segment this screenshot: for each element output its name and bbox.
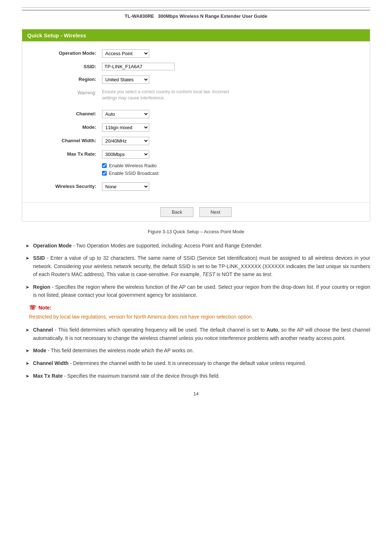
region-row: Region: United States (22, 75, 370, 85)
mode-label: Mode: (29, 123, 102, 130)
region-select[interactable]: United States (102, 75, 149, 84)
warning-text: Ensure you select a correct country to c… (102, 89, 240, 101)
warning-label: Warning: (29, 89, 102, 95)
bullet-arrow-2: ➤ (25, 255, 29, 278)
bullet-label-2: SSID (33, 255, 45, 261)
bullet-mode: ➤ Mode - This field determines the wirel… (25, 346, 370, 355)
quick-setup-panel: Quick Setup - Wireless Operation Mode: A… (22, 29, 370, 222)
bullet-arrow-7: ➤ (25, 373, 29, 380)
bullet-operation-mode: ➤ Operation Mode - Two Operation Modes a… (25, 242, 370, 250)
region-label: Region: (29, 75, 102, 82)
panel-header: Quick Setup - Wireless (22, 29, 370, 41)
bullet-label-3: Region (33, 284, 50, 290)
region-control: United States (102, 75, 149, 84)
panel-body: Operation Mode: Access Point SSID: Regio… (22, 41, 370, 202)
figure-caption: Figure 3-13 Quick Setup – Access Point M… (22, 229, 370, 234)
note-title: ☏ Note: (29, 304, 370, 311)
mode-row: Mode: 11bgn mixed (22, 123, 370, 132)
channel-width-row: Channel Width: 20/40MHz (22, 136, 370, 146)
header-rule (22, 7, 370, 8)
operation-mode-control: Access Point (102, 49, 149, 58)
bullet-label-5: Mode (33, 348, 46, 353)
max-tx-rate-row: Max Tx Rate: 300Mbps (22, 149, 370, 159)
ssid-control (102, 63, 175, 70)
bullet-content-1: Operation Mode - Two Operation Modes are… (33, 242, 370, 250)
ssid-row: SSID: (22, 62, 370, 71)
bullet-arrow-5: ➤ (25, 347, 29, 355)
channel-width-control: 20/40MHz (102, 137, 149, 145)
channel-label: Channel: (29, 110, 102, 116)
operation-mode-row: Operation Mode: Access Point (22, 49, 370, 58)
panel-footer: Back Next (22, 202, 370, 221)
bullet-section-1: ➤ Operation Mode - Two Operation Modes a… (22, 242, 370, 299)
bullet-max-tx-rate: ➤ Max Tx Rate - Specifies the maximum tr… (25, 372, 370, 380)
mode-control: 11bgn mixed (102, 123, 149, 132)
wireless-security-control: None (102, 182, 149, 191)
italic-test: TEST (202, 271, 215, 277)
enable-wireless-radio-checkbox[interactable] (102, 163, 107, 168)
wireless-security-label: Wireless Security: (29, 182, 102, 189)
bullet-channel: ➤ Channel - This field determines which … (25, 326, 370, 342)
warning-control: Ensure you select a correct country to c… (102, 89, 240, 101)
bullet-ssid: ➤ SSID - Enter a value of up to 32 chara… (25, 254, 370, 278)
ssid-label: SSID: (29, 63, 102, 69)
bullet-arrow-3: ➤ (25, 284, 29, 299)
bullet-section-2: ➤ Channel - This field determines which … (22, 326, 370, 380)
bullet-label-4: Channel (33, 327, 53, 333)
guide-title: 300Mbps Wireless N Range Extender User G… (158, 13, 267, 19)
next-button[interactable]: Next (199, 207, 232, 217)
back-button[interactable]: Back (160, 207, 193, 217)
enable-wireless-radio-label: Enable Wireless Radio (109, 163, 157, 168)
channel-width-label: Channel Width: (29, 137, 102, 143)
note-icon: ☏ (29, 304, 36, 311)
bullet-content-5: Mode - This field determines the wireles… (33, 346, 370, 355)
bullet-content-6: Channel Width - Determines the channel w… (33, 359, 370, 368)
bullet-region: ➤ Region - Specifies the region where th… (25, 283, 370, 299)
bullet-arrow-1: ➤ (25, 242, 29, 250)
note-box: ☏ Note: Restricted by local law regulati… (29, 304, 370, 321)
bullet-arrow-4: ➤ (25, 327, 29, 342)
max-tx-rate-select[interactable]: 300Mbps (102, 150, 149, 159)
bullet-content-3: Region - Specifies the region where the … (33, 283, 370, 299)
bullet-label-1: Operation Mode (33, 243, 72, 249)
operation-mode-select[interactable]: Access Point (102, 49, 149, 58)
wireless-security-select[interactable]: None (102, 182, 149, 191)
bullet-content-4: Channel - This field determines which op… (33, 326, 370, 342)
auto-bold: Auto (266, 327, 278, 333)
enable-ssid-broadcast-row: Enable SSID Broadcast (22, 171, 370, 176)
bullet-content-7: Max Tx Rate - Specifies the maximum tran… (33, 372, 370, 380)
operation-mode-label: Operation Mode: (29, 49, 102, 56)
max-tx-rate-control: 300Mbps (102, 150, 149, 159)
bullet-label-7: Max Tx Rate (33, 373, 63, 379)
italic-test2: test (263, 271, 271, 277)
bullet-arrow-6: ➤ (25, 360, 29, 368)
wireless-security-row: Wireless Security: None (22, 182, 370, 192)
enable-wireless-radio-row: Enable Wireless Radio (22, 163, 370, 168)
channel-width-select[interactable]: 20/40MHz (102, 137, 149, 145)
ssid-input[interactable] (102, 63, 175, 70)
channel-row: Channel: Auto (22, 109, 370, 119)
channel-select[interactable]: Auto (102, 110, 149, 118)
enable-ssid-broadcast-checkbox[interactable] (102, 171, 107, 176)
channel-control: Auto (102, 110, 149, 118)
enable-ssid-broadcast-label: Enable SSID Broadcast (109, 171, 159, 176)
note-text: Restricted by local law regulations, ver… (29, 313, 370, 321)
bullet-content-2: SSID - Enter a value of up to 32 charact… (33, 254, 370, 278)
mode-select[interactable]: 11bgn mixed (102, 123, 149, 132)
page-header: TL-WA830RE 300Mbps Wireless N Range Exte… (22, 10, 370, 22)
bullet-label-6: Channel Width (33, 360, 69, 366)
panel-title: Quick Setup - Wireless (27, 32, 86, 38)
bullet-channel-width: ➤ Channel Width - Determines the channel… (25, 359, 370, 368)
max-tx-rate-label: Max Tx Rate: (29, 150, 102, 157)
warning-row: Warning: Ensure you select a correct cou… (22, 88, 370, 102)
page-number: 14 (22, 391, 370, 397)
model-name: TL-WA830RE (125, 13, 154, 19)
